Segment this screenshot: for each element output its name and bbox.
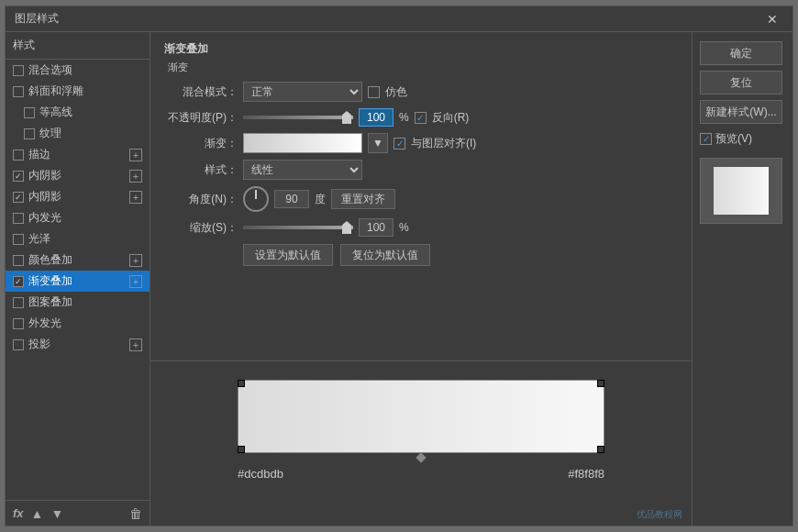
sidebar-item-satin[interactable]: 光泽 — [6, 228, 150, 249]
sidebar-item-contour[interactable]: 等高线 — [6, 102, 150, 123]
checkbox-inner-shadow-2[interactable] — [13, 192, 24, 203]
gradient-stop[interactable] — [416, 452, 426, 462]
add-icon-gradient-overlay[interactable]: + — [129, 275, 142, 288]
sidebar-item-pattern-overlay[interactable]: 图案叠加 — [6, 292, 150, 313]
scale-input[interactable] — [359, 218, 393, 237]
opacity-slider[interactable] — [243, 116, 353, 119]
reset-default-button[interactable]: 复位为默认值 — [340, 244, 430, 266]
close-button[interactable]: ✕ — [761, 10, 783, 28]
settings-area: 渐变叠加 渐变 混合模式： 正常 仿色 不透明度(P)： — [150, 32, 692, 360]
angle-label: 角度(N)： — [164, 192, 238, 207]
sidebar-item-inner-shadow-1[interactable]: 内阴影+ — [6, 165, 150, 186]
sidebar-item-blend[interactable]: 混合选项 — [6, 60, 150, 81]
preview-row: 预览(V) — [700, 131, 785, 147]
opacity-label: 不透明度(P)： — [164, 110, 238, 126]
checkbox-drop-shadow[interactable] — [13, 339, 24, 350]
gradient-color-labels: #dcdbdb #f8f8f8 — [238, 467, 604, 481]
section-title: 渐变叠加 — [164, 41, 678, 57]
simulate-pressure-label: 仿色 — [385, 84, 407, 100]
label-bevel: 斜面和浮雕 — [28, 83, 142, 99]
scale-thumb[interactable] — [342, 221, 351, 234]
angle-input[interactable] — [274, 190, 309, 208]
align-layer-label: 与图层对齐(I) — [411, 136, 476, 151]
watermark: 优品教程网 — [637, 508, 682, 521]
checkbox-color-overlay[interactable] — [13, 255, 24, 266]
checkbox-texture[interactable] — [24, 128, 35, 139]
checkbox-blend[interactable] — [13, 65, 24, 76]
simulate-pressure-checkbox[interactable] — [368, 86, 380, 98]
checkbox-pattern-overlay[interactable] — [13, 297, 24, 308]
move-up-icon[interactable]: ▲ — [31, 506, 44, 521]
move-down-icon[interactable]: ▼ — [50, 506, 63, 521]
title-bar: 图层样式 ✕ — [6, 6, 792, 32]
label-drop-shadow: 投影 — [28, 337, 129, 352]
label-pattern-overlay: 图案叠加 — [28, 294, 142, 310]
scale-slider[interactable] — [243, 226, 353, 229]
label-texture: 纹理 — [39, 126, 142, 141]
label-gradient-overlay: 渐变叠加 — [28, 273, 129, 289]
checkbox-outer-glow[interactable] — [13, 318, 24, 329]
opacity-input[interactable] — [359, 108, 393, 127]
checkbox-bevel[interactable] — [13, 86, 24, 97]
label-outer-glow: 外发光 — [28, 316, 142, 331]
corner-handle-br[interactable] — [597, 446, 604, 453]
gradient-dropdown[interactable]: ▼ — [368, 133, 388, 153]
delete-icon[interactable]: 🗑 — [129, 506, 142, 521]
add-icon-color-overlay[interactable]: + — [129, 254, 142, 267]
checkbox-satin[interactable] — [13, 234, 24, 245]
styles-section-title: 样式 — [6, 32, 150, 60]
blend-mode-select[interactable]: 正常 — [243, 82, 362, 102]
sidebar-item-inner-glow[interactable]: 内发光 — [6, 207, 150, 228]
layer-items-list: 混合选项斜面和浮雕等高线纹理描边+内阴影+内阴影+内发光光泽颜色叠加+渐变叠加+… — [6, 60, 150, 355]
gradient-left-color: #dcdbdb — [238, 467, 283, 481]
default-buttons: 设置为默认值 复位为默认值 — [164, 244, 678, 266]
checkbox-gradient-overlay[interactable] — [13, 276, 24, 287]
left-footer: fx ▲ ▼ 🗑 — [6, 500, 150, 526]
sidebar-item-gradient-overlay[interactable]: 渐变叠加+ — [6, 271, 150, 292]
gradient-swatch[interactable] — [243, 133, 362, 153]
preview-checkbox[interactable] — [700, 133, 712, 145]
sidebar-item-texture[interactable]: 纹理 — [6, 123, 150, 144]
sidebar-item-outer-glow[interactable]: 外发光 — [6, 313, 150, 334]
sidebar-item-color-overlay[interactable]: 颜色叠加+ — [6, 249, 150, 271]
opacity-row: 不透明度(P)： % 反向(R) — [164, 108, 678, 127]
angle-unit: 度 — [315, 192, 326, 207]
dialog-title: 图层样式 — [15, 11, 761, 27]
new-style-button[interactable]: 新建样式(W)... — [700, 100, 782, 124]
opacity-thumb[interactable] — [342, 111, 351, 124]
add-icon-inner-shadow-2[interactable]: + — [129, 191, 142, 204]
label-inner-shadow-2: 内阴影 — [28, 189, 129, 205]
style-label: 样式： — [164, 162, 238, 178]
angle-dial[interactable] — [243, 186, 269, 212]
reset-align-button[interactable]: 重置对齐 — [331, 189, 395, 209]
sidebar-item-drop-shadow[interactable]: 投影+ — [6, 334, 150, 355]
checkbox-contour[interactable] — [24, 107, 35, 118]
add-icon-stroke[interactable]: + — [129, 149, 142, 161]
label-inner-glow: 内发光 — [28, 210, 142, 226]
corner-handle-bl[interactable] — [238, 446, 245, 453]
opacity-unit: % — [399, 111, 409, 124]
reset-button[interactable]: 复位 — [700, 71, 782, 94]
add-icon-inner-shadow-1[interactable]: + — [129, 170, 142, 183]
gradient-right-color: #f8f8f8 — [568, 467, 604, 481]
corner-handle-tl[interactable] — [238, 380, 245, 387]
style-select[interactable]: 线性 — [243, 160, 362, 180]
preview-thumbnail — [700, 158, 782, 224]
checkbox-inner-glow[interactable] — [13, 213, 24, 224]
sidebar-item-stroke[interactable]: 描边+ — [6, 144, 150, 165]
preview-label: 预览(V) — [715, 131, 752, 147]
scale-unit: % — [399, 221, 409, 234]
reverse-label: 反向(R) — [432, 110, 470, 126]
add-icon-drop-shadow[interactable]: + — [129, 338, 142, 351]
sidebar-item-inner-shadow-2[interactable]: 内阴影+ — [6, 186, 150, 207]
reverse-checkbox[interactable] — [415, 112, 427, 124]
confirm-button[interactable]: 确定 — [700, 41, 782, 65]
checkbox-stroke[interactable] — [13, 150, 24, 161]
checkbox-inner-shadow-1[interactable] — [13, 171, 24, 182]
corner-handle-tr[interactable] — [597, 380, 604, 387]
set-default-button[interactable]: 设置为默认值 — [243, 244, 333, 266]
align-layer-checkbox[interactable] — [393, 138, 405, 150]
gradient-canvas — [238, 381, 604, 452]
sidebar-item-bevel[interactable]: 斜面和浮雕 — [6, 81, 150, 102]
sub-title: 渐变 — [164, 61, 678, 74]
